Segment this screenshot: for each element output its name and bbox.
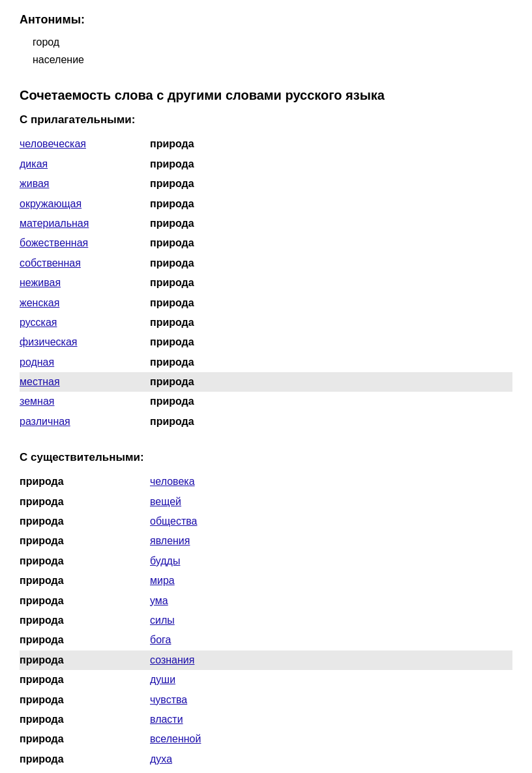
- adjective-link[interactable]: божественная: [20, 233, 150, 253]
- list-item: божественнаяприрода: [20, 233, 512, 253]
- list-item: природабудды: [20, 551, 512, 571]
- list-item: человеческаяприрода: [20, 134, 512, 154]
- antonyms-heading: Антонимы:: [20, 13, 512, 27]
- list-item: русскаяприрода: [20, 313, 512, 332]
- antonym-item: население: [33, 51, 512, 68]
- adjective-noun: природа: [150, 134, 194, 154]
- list-item: дикаяприрода: [20, 154, 512, 174]
- noun-link[interactable]: вселенной: [150, 729, 201, 749]
- adjective-link[interactable]: земная: [20, 392, 150, 411]
- list-item: земнаяприрода: [20, 392, 512, 411]
- noun-link[interactable]: человека: [150, 472, 195, 491]
- noun-bold: природа: [20, 650, 150, 670]
- noun-bold: природа: [20, 690, 150, 710]
- adjective-noun: природа: [150, 293, 194, 313]
- list-item: природадуха: [20, 750, 512, 769]
- list-item: природавселенной: [20, 729, 512, 749]
- noun-link[interactable]: духа: [150, 750, 172, 769]
- adjectives-table: человеческаяприродадикаяприродаживаяприр…: [20, 134, 512, 431]
- adjective-noun: природа: [150, 392, 194, 411]
- list-item: женскаяприрода: [20, 293, 512, 313]
- noun-bold: природа: [20, 670, 150, 690]
- nouns-section: С существительными: природачеловекаприро…: [20, 451, 512, 769]
- noun-bold: природа: [20, 630, 150, 650]
- noun-bold: природа: [20, 729, 150, 749]
- noun-link[interactable]: души: [150, 670, 175, 690]
- adjective-noun: природа: [150, 194, 194, 214]
- list-item: природабога: [20, 630, 512, 650]
- list-item: природадуши: [20, 670, 512, 690]
- noun-bold: природа: [20, 512, 150, 531]
- antonyms-section: Антонимы: городнаселение: [20, 13, 512, 68]
- adjective-noun: природа: [150, 154, 194, 174]
- list-item: роднаяприрода: [20, 353, 512, 372]
- adjective-link[interactable]: человеческая: [20, 134, 150, 154]
- adjective-link[interactable]: местная: [20, 372, 150, 392]
- noun-bold: природа: [20, 571, 150, 591]
- list-item: местнаяприрода: [20, 372, 512, 392]
- list-item: природачеловека: [20, 472, 512, 491]
- list-item: природамира: [20, 571, 512, 591]
- antonyms-list: городнаселение: [20, 33, 512, 68]
- noun-link[interactable]: сознания: [150, 650, 194, 670]
- noun-link[interactable]: чувства: [150, 690, 187, 710]
- adjective-link[interactable]: физическая: [20, 332, 150, 352]
- list-item: природаобщества: [20, 512, 512, 531]
- noun-bold: природа: [20, 591, 150, 611]
- noun-bold: природа: [20, 472, 150, 491]
- adjective-noun: природа: [150, 353, 194, 372]
- adjective-link[interactable]: родная: [20, 353, 150, 372]
- adjective-noun: природа: [150, 332, 194, 352]
- list-item: природавещей: [20, 492, 512, 512]
- adjectives-title: С прилагательными:: [20, 113, 512, 126]
- adjective-noun: природа: [150, 233, 194, 253]
- noun-link[interactable]: силы: [150, 611, 175, 630]
- list-item: собственнаяприрода: [20, 254, 512, 273]
- antonym-item: город: [33, 33, 512, 51]
- nouns-table: природачеловекаприродавещейприродаобщест…: [20, 472, 512, 769]
- noun-bold: природа: [20, 551, 150, 571]
- noun-bold: природа: [20, 492, 150, 512]
- compatibility-heading: Сочетаемость слова с другими словами рус…: [20, 88, 512, 103]
- list-item: природасилы: [20, 611, 512, 630]
- adjective-link[interactable]: живая: [20, 174, 150, 194]
- list-item: природаума: [20, 591, 512, 611]
- noun-link[interactable]: власти: [150, 710, 183, 729]
- noun-link[interactable]: будды: [150, 551, 180, 571]
- adjective-link[interactable]: материальная: [20, 214, 150, 233]
- adjective-noun: природа: [150, 412, 194, 431]
- list-item: природасознания: [20, 650, 512, 670]
- adjective-link[interactable]: дикая: [20, 154, 150, 174]
- noun-bold: природа: [20, 750, 150, 769]
- nouns-title: С существительными:: [20, 451, 512, 464]
- list-item: природачувства: [20, 690, 512, 710]
- adjective-noun: природа: [150, 313, 194, 332]
- list-item: природаявления: [20, 531, 512, 551]
- adjectives-section: С прилагательными: человеческаяприродади…: [20, 113, 512, 431]
- adjective-noun: природа: [150, 214, 194, 233]
- adjective-link[interactable]: женская: [20, 293, 150, 313]
- list-item: различнаяприрода: [20, 412, 512, 431]
- adjective-noun: природа: [150, 174, 194, 194]
- noun-link[interactable]: общества: [150, 512, 198, 531]
- adjective-noun: природа: [150, 372, 194, 392]
- noun-link[interactable]: явления: [150, 531, 190, 551]
- adjective-link[interactable]: русская: [20, 313, 150, 332]
- adjective-noun: природа: [150, 254, 194, 273]
- noun-bold: природа: [20, 611, 150, 630]
- list-item: материальнаяприрода: [20, 214, 512, 233]
- list-item: неживаяприрода: [20, 273, 512, 293]
- adjective-link[interactable]: окружающая: [20, 194, 150, 214]
- adjective-link[interactable]: собственная: [20, 254, 150, 273]
- adjective-noun: природа: [150, 273, 194, 293]
- list-item: живаяприрода: [20, 174, 512, 194]
- noun-link[interactable]: мира: [150, 571, 175, 591]
- adjective-link[interactable]: различная: [20, 412, 150, 431]
- noun-link[interactable]: вещей: [150, 492, 181, 512]
- list-item: природавласти: [20, 710, 512, 729]
- adjective-link[interactable]: неживая: [20, 273, 150, 293]
- noun-link[interactable]: бога: [150, 630, 171, 650]
- noun-bold: природа: [20, 531, 150, 551]
- list-item: физическаяприрода: [20, 332, 512, 352]
- noun-link[interactable]: ума: [150, 591, 168, 611]
